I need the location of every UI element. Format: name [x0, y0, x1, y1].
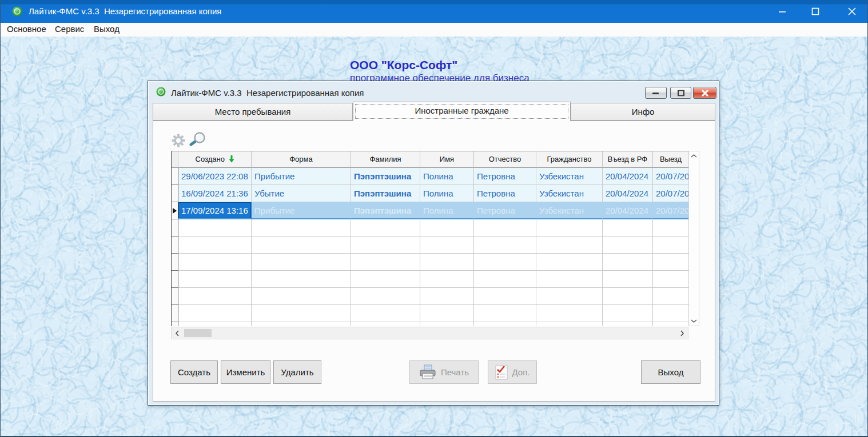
- dialog-minimize-icon[interactable]: [645, 87, 667, 99]
- main-titlebar: Лайтик-ФМС v.3.3 Незарегистрированная ко…: [0, 0, 868, 23]
- empty-row: [172, 219, 688, 236]
- printer-icon: [419, 364, 436, 380]
- tab-inostrannye-grazhdane[interactable]: Иностранные граждане: [353, 102, 571, 121]
- empty-row: [172, 305, 688, 322]
- dialog-close-icon[interactable]: [693, 87, 716, 99]
- tab-info[interactable]: Инфо: [571, 103, 715, 121]
- empty-row: [172, 236, 688, 254]
- col-header-vezd[interactable]: Въезд в РФ: [603, 151, 653, 168]
- col-header-sozdano[interactable]: Создано: [178, 151, 252, 168]
- dialog-title: Лайтик-ФМС v.3.3 Незарегистрированная ко…: [171, 88, 364, 98]
- dialog-window: Лайтик-ФМС v.3.3 Незарегистрированная ко…: [148, 81, 719, 406]
- col-header-imya[interactable]: Имя: [420, 151, 474, 168]
- col-header-vyezd[interactable]: Выезд: [653, 151, 688, 168]
- gear-icon[interactable]: [172, 134, 185, 147]
- records-table: Создано Форма Фамилия Имя Отчество Гражд…: [171, 151, 688, 326]
- dialog-maximize-icon[interactable]: [670, 87, 691, 99]
- current-row-indicator: [173, 208, 177, 214]
- empty-row: [172, 288, 688, 305]
- col-header-forma[interactable]: Форма: [252, 151, 351, 168]
- scroll-up-icon[interactable]: [690, 154, 698, 158]
- table-row[interactable]: 29/06/2023 22:08 Прибытие Пэпэптэшина По…: [172, 168, 688, 185]
- main-window-title: Лайтик-ФМС v.3.3 Незарегистрированная ко…: [29, 6, 221, 16]
- delete-button[interactable]: Удалить: [273, 360, 321, 384]
- create-button[interactable]: Создать: [170, 360, 218, 384]
- horizontal-scrollbar[interactable]: [171, 327, 688, 339]
- scrollbar-thumb[interactable]: [184, 329, 212, 337]
- edit-button[interactable]: Изменить: [221, 360, 270, 384]
- dialog-app-icon: [156, 87, 166, 97]
- header-gutter: [172, 151, 178, 168]
- menu-osnovnoe[interactable]: Основное: [7, 24, 46, 34]
- tab-panel: Создано Форма Фамилия Имя Отчество Гражд…: [153, 121, 715, 402]
- menubar: Основное Сервис Выход: [0, 23, 868, 37]
- scroll-right-icon[interactable]: [680, 330, 684, 337]
- scroll-down-icon[interactable]: [690, 319, 698, 323]
- menu-vyhod[interactable]: Выход: [94, 24, 120, 34]
- col-header-familiya[interactable]: Фамилия: [351, 151, 420, 168]
- app-icon: [12, 6, 22, 17]
- table-header-row: Создано Форма Фамилия Имя Отчество Гражд…: [172, 151, 688, 168]
- print-button[interactable]: Печать: [409, 360, 479, 384]
- empty-row: [172, 322, 688, 326]
- maximize-icon[interactable]: [802, 0, 829, 23]
- magnifier-icon[interactable]: [189, 131, 207, 148]
- checklist-icon: [495, 365, 508, 380]
- tab-mesto-prebyvaniya[interactable]: Место пребывания: [153, 103, 353, 121]
- empty-row: [172, 271, 688, 288]
- exit-button[interactable]: Выход: [641, 360, 700, 384]
- close-icon[interactable]: [839, 0, 865, 23]
- table-row-selected[interactable]: 17/09/2024 13:16 Прибытие Пэпэптэшина По…: [172, 202, 688, 219]
- sort-down-icon: [229, 155, 234, 163]
- empty-row: [172, 254, 688, 271]
- scroll-left-icon[interactable]: [175, 330, 180, 337]
- vertical-scrollbar[interactable]: [688, 151, 699, 326]
- col-header-otchestvo[interactable]: Отчество: [474, 151, 536, 168]
- focused-cell[interactable]: 17/09/2024 13:16: [178, 202, 252, 219]
- table-row[interactable]: 16/09/2024 21:36 Убытие Пэпэптэшина Поли…: [172, 185, 688, 202]
- menu-servis[interactable]: Сервис: [55, 24, 84, 34]
- minimize-icon[interactable]: [769, 0, 795, 23]
- col-header-grazhdanstvo[interactable]: Гражданство: [536, 151, 603, 168]
- brand-title: ООО "Корс-Софт": [350, 58, 457, 72]
- extra-button[interactable]: Доп.: [488, 360, 537, 384]
